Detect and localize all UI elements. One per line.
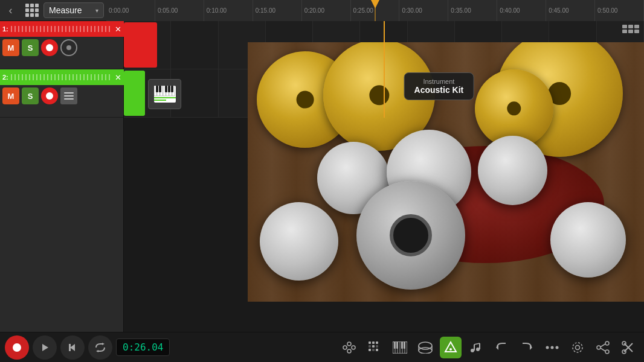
track-row-1: 1: ✕ M S bbox=[0, 21, 123, 69]
timeline-mark-7: 0:35.00 bbox=[448, 0, 497, 21]
timeline-ruler: 0:00.00 0:05.00 0:10.00 0:15.00 0:20.00 … bbox=[106, 0, 644, 21]
nodes-icon-button[interactable] bbox=[338, 337, 360, 358]
dropdown-arrow: ▾ bbox=[95, 7, 98, 14]
track-1-number: 1: bbox=[2, 25, 8, 33]
svg-marker-37 bbox=[96, 350, 98, 352]
undo-button[interactable] bbox=[491, 337, 512, 358]
track-2-number: 2: bbox=[2, 74, 8, 81]
track-2-mute-button[interactable]: M bbox=[2, 87, 19, 104]
record-button[interactable] bbox=[5, 335, 29, 360]
settings-icon bbox=[571, 341, 584, 354]
drum-kit[interactable] bbox=[248, 42, 644, 302]
svg-point-32 bbox=[13, 343, 21, 352]
grid-view-icon bbox=[622, 25, 639, 38]
piano-icon-button[interactable] bbox=[389, 337, 411, 358]
more-button[interactable] bbox=[541, 337, 563, 358]
track-2-controls: M S bbox=[0, 85, 124, 107]
right-tom[interactable] bbox=[478, 136, 547, 205]
svg-point-77 bbox=[551, 346, 554, 349]
track-1-record-button[interactable] bbox=[41, 39, 58, 56]
timeline-mark-9: 0:45.00 bbox=[546, 0, 595, 21]
svg-rect-52 bbox=[376, 349, 378, 351]
chord-icon bbox=[469, 341, 483, 354]
smart-drummer-button[interactable] bbox=[440, 337, 462, 358]
timeline-mark-8: 0:40.00 bbox=[497, 0, 546, 21]
track-row-2: 2: ✕ M S bbox=[0, 69, 123, 118]
piano-icon-block[interactable] bbox=[148, 79, 181, 109]
svg-point-79 bbox=[576, 345, 580, 349]
chord-icon-button[interactable] bbox=[465, 337, 487, 358]
svg-rect-51 bbox=[372, 349, 375, 351]
svg-rect-29 bbox=[622, 30, 627, 33]
share-button[interactable] bbox=[592, 337, 614, 358]
svg-rect-10 bbox=[165, 86, 167, 92]
record-button-inner bbox=[46, 44, 53, 51]
bottom-bar: 0:26.04 bbox=[0, 332, 644, 362]
svg-point-40 bbox=[352, 346, 355, 349]
svg-rect-62 bbox=[404, 341, 405, 349]
svg-rect-12 bbox=[171, 86, 173, 92]
track-panel: 1: ✕ M S bbox=[0, 21, 124, 332]
timeline-mark-10: 0:50.00 bbox=[595, 0, 644, 21]
svg-rect-60 bbox=[396, 341, 398, 349]
sequencer-icon bbox=[368, 341, 381, 354]
track-1-solo-button[interactable]: S bbox=[22, 39, 39, 56]
svg-rect-30 bbox=[628, 30, 633, 33]
track-header-1: 1: ✕ M S bbox=[0, 21, 124, 69]
sequencer-icon-button[interactable] bbox=[364, 337, 385, 358]
track-2-wave bbox=[11, 74, 112, 80]
svg-point-66 bbox=[419, 348, 432, 354]
grid-icon-button[interactable] bbox=[21, 0, 42, 21]
settings-button[interactable] bbox=[567, 337, 588, 358]
svg-marker-34 bbox=[70, 344, 75, 351]
measure-title-text: Measure bbox=[49, 5, 82, 15]
track-2-record-inner bbox=[46, 92, 53, 100]
track-1-volume-button[interactable] bbox=[60, 39, 77, 56]
floor-tom-left[interactable] bbox=[260, 202, 338, 281]
floor-tom-right[interactable] bbox=[550, 202, 626, 278]
svg-point-76 bbox=[546, 346, 549, 349]
loop-button[interactable] bbox=[88, 335, 112, 360]
track-2-top-bar: 2: ✕ bbox=[0, 69, 124, 85]
track-2-close-button[interactable]: ✕ bbox=[115, 73, 121, 82]
svg-point-38 bbox=[343, 346, 347, 349]
rewind-button[interactable] bbox=[60, 335, 85, 360]
drum-icon-button[interactable] bbox=[414, 337, 436, 358]
playhead-line bbox=[375, 0, 376, 21]
svg-rect-50 bbox=[369, 349, 371, 351]
svg-rect-44 bbox=[369, 341, 371, 344]
redo-icon bbox=[520, 341, 533, 354]
loop-icon bbox=[95, 343, 106, 352]
more-icon bbox=[546, 345, 559, 350]
grid-cell bbox=[171, 21, 218, 69]
track-1-clip[interactable] bbox=[124, 22, 157, 68]
scissors-button[interactable] bbox=[617, 337, 639, 358]
timeline-mark-4: 0:20.00 bbox=[302, 0, 351, 21]
track-2-solo-button[interactable]: S bbox=[22, 87, 39, 104]
track-1-close-button[interactable]: ✕ bbox=[115, 25, 121, 34]
grid-view-toggle[interactable] bbox=[622, 25, 639, 40]
piano-keys-icon bbox=[154, 86, 176, 103]
track-1-mute-button[interactable]: M bbox=[2, 39, 19, 56]
track-2-record-button[interactable] bbox=[41, 87, 58, 104]
svg-rect-46 bbox=[376, 341, 378, 344]
list-line-3 bbox=[64, 98, 74, 100]
track-2-clip[interactable] bbox=[124, 71, 145, 116]
main-content: 1: ✕ M S bbox=[0, 21, 644, 332]
svg-rect-14 bbox=[154, 100, 166, 101]
back-button[interactable]: ‹ bbox=[0, 0, 21, 21]
bass-drum-hole bbox=[390, 214, 432, 256]
timeline-mark-0: 0:00.00 bbox=[106, 0, 155, 21]
svg-line-85 bbox=[601, 348, 605, 351]
smart-drummer-icon bbox=[444, 341, 457, 354]
play-button[interactable] bbox=[33, 335, 57, 360]
redo-button[interactable] bbox=[516, 337, 538, 358]
track-2-list-button[interactable] bbox=[60, 87, 77, 104]
measure-title-button[interactable]: Measure ▾ bbox=[43, 2, 104, 18]
svg-point-82 bbox=[597, 346, 601, 349]
bass-drum[interactable] bbox=[356, 181, 465, 290]
track-1-wave bbox=[11, 26, 112, 32]
svg-rect-28 bbox=[634, 25, 639, 28]
svg-point-80 bbox=[573, 343, 582, 352]
timeline-mark-1: 0:05.00 bbox=[155, 0, 204, 21]
